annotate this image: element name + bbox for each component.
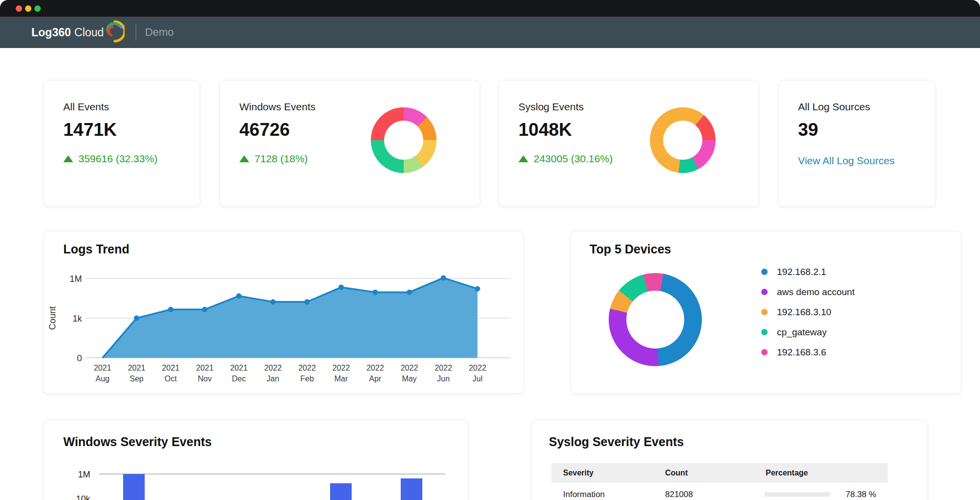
app-window: Log360 Cloud Demo All Events 1471K 35961… bbox=[0, 0, 980, 500]
legend-dot bbox=[761, 329, 768, 335]
trend-point bbox=[270, 299, 276, 304]
legend-item[interactable]: 192.168.3.6 bbox=[761, 346, 854, 358]
table-row: Information 821008 78.38 % bbox=[551, 490, 888, 500]
windows-severity-card: Windows Severity Events 1M 10k bbox=[43, 420, 468, 500]
syslog-events-value: 1048K bbox=[518, 120, 613, 140]
all-events-value: 1471K bbox=[63, 120, 157, 140]
top5-devices-legend: 192.168.2.1aws demo account192.168.3.10c… bbox=[761, 266, 854, 358]
percentage-progress-bar bbox=[765, 492, 830, 497]
xtick-label: 2022May bbox=[401, 364, 418, 383]
top5-devices-title: Top 5 Devices bbox=[590, 242, 671, 256]
xtick-label: 2022Feb bbox=[298, 364, 316, 383]
delta-text: 243005 (30.16%) bbox=[534, 153, 613, 165]
syslog-severity-title: Syslog Severity Events bbox=[549, 435, 684, 449]
legend-dot bbox=[761, 289, 768, 295]
xtick-label: 2021Dec bbox=[230, 364, 248, 383]
windows-events-delta: 7128 (18%) bbox=[239, 153, 315, 165]
windows-events-card: Windows Events 46726 7128 (18%) bbox=[219, 80, 480, 207]
xtick-label: 2021Aug bbox=[94, 364, 111, 383]
legend-item[interactable]: 192.168.2.1 bbox=[761, 266, 854, 278]
severity-cell: Information bbox=[563, 490, 605, 500]
card-title: All Log Sources bbox=[798, 101, 895, 113]
count-cell: 821008 bbox=[665, 490, 693, 500]
brand-name-bold: Log360 bbox=[31, 26, 71, 39]
all-log-sources-value: 39 bbox=[798, 120, 895, 140]
all-log-sources-card: All Log Sources 39 View All Log Sources bbox=[778, 80, 936, 207]
ytick-10k-partial: 10k bbox=[76, 494, 91, 500]
column-header-count: Count bbox=[665, 463, 688, 483]
xtick-label: 2021Sep bbox=[128, 364, 146, 383]
ytick-1M: 1M bbox=[78, 470, 90, 479]
legend-dot bbox=[761, 349, 768, 355]
trend-point bbox=[236, 293, 242, 299]
legend-dot bbox=[761, 269, 768, 275]
legend-item[interactable]: 192.168.3.10 bbox=[761, 306, 854, 318]
close-window-button[interactable] bbox=[16, 5, 22, 12]
percentage-cell: 78.38 % bbox=[846, 490, 876, 500]
trend-area bbox=[103, 278, 478, 358]
trend-up-icon bbox=[518, 155, 528, 162]
windows-severity-bar-chart: 1M 10k bbox=[44, 420, 468, 500]
ytick-1k: 1k bbox=[73, 314, 82, 324]
syslog-severity-card: Syslog Severity Events Severity Count Pe… bbox=[531, 420, 928, 500]
xtick-label: 2021Nov bbox=[196, 364, 214, 383]
legend-label: aws demo account bbox=[777, 287, 854, 298]
trend-point bbox=[134, 316, 139, 321]
legend-label: cp_gateway bbox=[777, 327, 826, 338]
table-header-row: Severity Count Percentage bbox=[551, 463, 888, 483]
trend-point bbox=[475, 286, 480, 292]
environment-label: Demo bbox=[145, 26, 174, 39]
ytick-1M: 1M bbox=[70, 274, 82, 284]
all-events-card: All Events 1471K 359616 (32.33%) bbox=[43, 80, 200, 207]
xtick-label: 2022Jul bbox=[469, 364, 487, 383]
log360-swirl-icon bbox=[105, 20, 125, 43]
zoom-window-button[interactable] bbox=[34, 5, 41, 12]
trend-up-icon bbox=[63, 155, 73, 162]
severity-bar bbox=[401, 478, 422, 500]
y-axis-label: Count bbox=[48, 306, 57, 330]
xtick-label: 2022Mar bbox=[333, 364, 350, 383]
legend-item[interactable]: aws demo account bbox=[761, 286, 854, 298]
legend-dot bbox=[761, 309, 768, 315]
card-title: Syslog Events bbox=[518, 101, 613, 113]
minimize-window-button[interactable] bbox=[25, 5, 31, 12]
legend-item[interactable]: cp_gateway bbox=[761, 326, 854, 338]
severity-bar bbox=[123, 474, 145, 500]
top5-devices-donut-chart bbox=[609, 273, 702, 366]
trend-point bbox=[305, 299, 310, 304]
xtick-label: 2022Apr bbox=[366, 364, 384, 383]
delta-text: 7128 (18%) bbox=[255, 153, 308, 165]
syslog-events-donut-chart bbox=[650, 107, 716, 173]
delta-text: 359616 (32.33%) bbox=[78, 153, 157, 165]
trend-point bbox=[407, 290, 412, 295]
column-header-percentage: Percentage bbox=[766, 463, 808, 483]
card-title: All Events bbox=[63, 101, 157, 113]
syslog-events-delta: 243005 (30.16%) bbox=[518, 153, 613, 165]
xtick-label: 2022Jun bbox=[435, 364, 452, 383]
syslog-events-card: Syslog Events 1048K 243005 (30.16%) bbox=[498, 80, 759, 207]
severity-bar bbox=[330, 483, 352, 500]
xtick-label: 2021Oct bbox=[162, 364, 180, 383]
legend-label: 192.168.3.10 bbox=[777, 307, 831, 318]
windows-events-donut-chart bbox=[371, 107, 437, 173]
card-title: Windows Events bbox=[239, 101, 315, 113]
trend-point bbox=[202, 307, 207, 312]
xtick-label: 2022Jan bbox=[264, 364, 282, 383]
view-all-log-sources-link[interactable]: View All Log Sources bbox=[798, 155, 895, 167]
column-header-severity: Severity bbox=[563, 463, 593, 483]
ytick-0: 0 bbox=[77, 353, 82, 363]
titlebar bbox=[0, 0, 980, 17]
header-divider bbox=[135, 24, 136, 41]
trend-point bbox=[338, 285, 344, 290]
app-header: Log360 Cloud Demo bbox=[0, 17, 980, 48]
logs-trend-area-chart: 1M 1k 0 Count 2021Aug2021Sep2021Oct2021N… bbox=[44, 231, 523, 394]
trend-point bbox=[373, 290, 378, 295]
legend-label: 192.168.2.1 bbox=[777, 267, 826, 277]
legend-label: 192.168.3.6 bbox=[777, 347, 826, 358]
top5-devices-card: Top 5 Devices 192.168.2.1aws demo accoun… bbox=[570, 231, 961, 394]
windows-events-value: 46726 bbox=[239, 120, 315, 140]
trend-up-icon bbox=[239, 155, 249, 162]
logs-trend-card: Logs Trend 1M 1k 0 Count 2021Aug2021Sep2… bbox=[43, 231, 524, 394]
trend-point bbox=[441, 275, 446, 280]
brand-name-light: Cloud bbox=[75, 26, 104, 39]
